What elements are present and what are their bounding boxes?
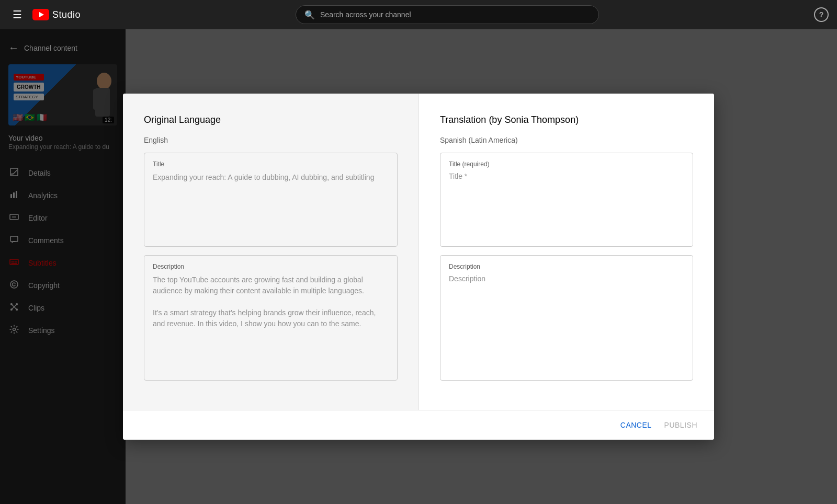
translation-modal: Original Language English Title Expandin…: [123, 94, 714, 440]
original-desc-box: Description The top YouTube accounts are…: [144, 255, 398, 381]
original-language-title: Original Language: [144, 114, 398, 125]
original-title-value: Expanding your reach: A guide to dubbing…: [153, 172, 389, 183]
youtube-icon: [32, 9, 49, 20]
translation-panel-title: Translation (by Sonia Thompson): [440, 114, 693, 125]
topbar-right: ?: [814, 7, 829, 22]
modal-body: Original Language English Title Expandin…: [123, 94, 714, 410]
translation-title-input[interactable]: Title *: [449, 172, 684, 180]
search-placeholder: Search across your channel: [320, 10, 411, 19]
studio-brand: Studio: [52, 9, 81, 20]
original-desc-label: Description: [153, 263, 389, 270]
modal-overlay: Original Language English Title Expandin…: [0, 29, 837, 504]
translation-lang-label: Spanish (Latin America): [440, 136, 693, 144]
search-area: 🔍 Search across your channel: [87, 5, 808, 24]
cancel-button[interactable]: CANCEL: [620, 421, 652, 429]
original-title-box: Title Expanding your reach: A guide to d…: [144, 153, 398, 247]
topbar: ☰ Studio 🔍 Search across your channel ?: [0, 0, 837, 29]
translation-title-label: Title (required): [449, 161, 684, 168]
translation-title-box[interactable]: Title (required) Title *: [440, 153, 693, 247]
translation-desc-input[interactable]: Description: [449, 274, 684, 283]
menu-icon[interactable]: ☰: [8, 4, 26, 25]
translation-desc-label: Description: [449, 263, 684, 270]
search-icon: 🔍: [304, 10, 315, 20]
search-box[interactable]: 🔍 Search across your channel: [296, 5, 599, 24]
original-language-panel: Original Language English Title Expandin…: [123, 94, 418, 410]
original-title-label: Title: [153, 161, 389, 168]
original-lang-label: English: [144, 136, 398, 144]
translation-panel: Translation (by Sonia Thompson) Spanish …: [418, 94, 714, 410]
original-desc-value: The top YouTube accounts are growing fas…: [153, 274, 389, 329]
modal-footer: CANCEL PUBLISH: [123, 410, 714, 440]
translation-desc-box[interactable]: Description Description: [440, 255, 693, 381]
help-icon[interactable]: ?: [814, 7, 829, 22]
publish-button[interactable]: PUBLISH: [664, 421, 697, 429]
logo: Studio: [32, 9, 81, 20]
